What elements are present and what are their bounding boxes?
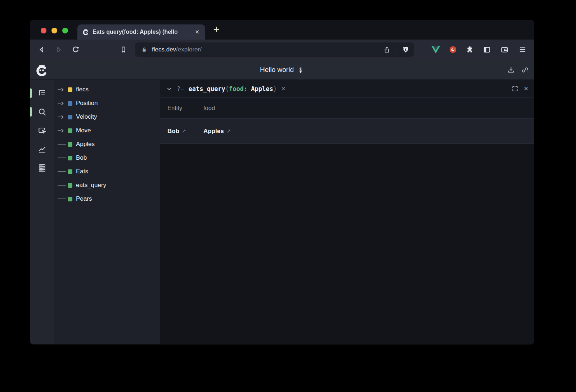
entity-kind-square	[68, 128, 72, 133]
expand-chevron-icon[interactable]	[58, 116, 68, 118]
query-results: Bob↗Apples↗	[160, 119, 534, 144]
tree-item-label: Bob	[76, 154, 87, 161]
entity-kind-square	[68, 101, 72, 106]
tree-item-label: flecs	[76, 86, 89, 93]
tree-item-eats_query[interactable]: eats_query	[54, 178, 160, 192]
vue-devtools-icon[interactable]	[431, 46, 440, 54]
share-icon[interactable]	[383, 46, 391, 54]
browser-tab-bar: Eats query(food: Apples) (hello ✕ +	[30, 20, 534, 40]
lock-icon	[141, 46, 148, 53]
hexagon-extension-icon[interactable]	[449, 45, 457, 54]
tab-title: Eats query(food: Apples) (hello	[93, 29, 190, 35]
tree-item-label: eats_query	[76, 182, 106, 189]
tree-item-Pears[interactable]: Pears	[54, 192, 160, 206]
tree-item-Position[interactable]: Position	[54, 96, 160, 110]
stats-chart-icon[interactable]	[30, 140, 54, 159]
query-param: food:	[229, 85, 247, 92]
open-entity-arrow-icon[interactable]: ↗	[226, 128, 231, 134]
entity-kind-square	[68, 156, 72, 160]
tree-item-label: Velocity	[76, 113, 97, 120]
close-window-button[interactable]	[41, 28, 46, 33]
query-column-header-row: Entityfood	[160, 98, 534, 119]
query-name: eats_query	[188, 85, 225, 92]
result-cell: Apples↗	[196, 128, 534, 135]
url-path: /explorer/	[176, 46, 202, 53]
query-empty-area	[160, 144, 534, 344]
result-row: Bob↗Apples↗	[160, 119, 534, 144]
tree-item-Move[interactable]: Move	[54, 124, 160, 137]
bookmark-icon[interactable]	[120, 46, 127, 54]
sidebar-toggle-icon[interactable]	[483, 46, 491, 54]
extensions-puzzle-icon[interactable]	[465, 45, 474, 54]
browser-window: Eats query(food: Apples) (hello ✕ +	[30, 20, 534, 345]
traffic-lights	[41, 28, 68, 33]
tree-view-icon[interactable]	[30, 84, 54, 102]
explorer-header: Hello world	[30, 60, 534, 80]
chevron-down-icon[interactable]	[166, 86, 172, 92]
tab-close-icon[interactable]: ✕	[194, 28, 201, 36]
inspector-icon[interactable]	[30, 121, 54, 140]
query-open-paren: (	[225, 85, 229, 92]
query-panel: ?– eats_query(food:Apples) ✕ ✕ Enti	[160, 80, 534, 344]
zoom-window-button[interactable]	[62, 28, 68, 33]
explorer-content: flecsPositionVelocityMoveApplesBobEatsea…	[30, 80, 534, 344]
clear-query-icon[interactable]: ✕	[281, 86, 286, 92]
tree-item-Velocity[interactable]: Velocity	[54, 110, 160, 124]
tree-item-Eats[interactable]: Eats	[54, 165, 160, 178]
tree-item-label: Position	[76, 100, 98, 107]
column-header-entity: Entity	[160, 105, 196, 111]
browser-toolbar: flecs.dev /explorer/	[30, 40, 534, 60]
divider	[396, 46, 396, 54]
entity-kind-square	[68, 169, 72, 174]
tab-favicon-flecs-icon	[82, 28, 89, 36]
entity-kind-square	[68, 142, 72, 147]
menu-icon[interactable]	[518, 46, 527, 54]
tree-item-Bob[interactable]: Bob	[54, 151, 160, 165]
entity-tree: flecsPositionVelocityMoveApplesBobEatsea…	[54, 80, 160, 344]
tree-item-Apples[interactable]: Apples	[54, 137, 160, 151]
query-close-paren: )	[273, 85, 277, 92]
tree-item-flecs[interactable]: flecs	[54, 83, 160, 96]
minimize-window-button[interactable]	[51, 28, 57, 33]
tree-item-label: Move	[76, 127, 91, 134]
active-indicator-search	[30, 107, 32, 117]
expand-chevron-icon[interactable]	[58, 129, 68, 132]
flecs-logo-icon[interactable]	[35, 63, 49, 77]
tree-item-label: Pears	[76, 195, 92, 202]
column-header-food: food	[196, 105, 534, 111]
entity-kind-square	[68, 183, 72, 188]
leaf-dash-icon	[58, 199, 68, 199]
link-icon[interactable]	[521, 66, 529, 74]
entity-link[interactable]: Apples	[203, 128, 224, 135]
download-icon[interactable]	[507, 66, 515, 74]
leaf-dash-icon	[58, 171, 68, 172]
back-button[interactable]	[38, 46, 46, 54]
query-header: ?– eats_query(food:Apples) ✕ ✕	[160, 80, 534, 98]
leaf-dash-icon	[58, 158, 68, 158]
world-title: Hello world	[260, 66, 294, 74]
forward-button[interactable]	[55, 46, 63, 54]
expand-chevron-icon[interactable]	[58, 102, 68, 105]
new-tab-button[interactable]: +	[210, 23, 223, 36]
entity-kind-square	[68, 197, 72, 201]
icon-rail	[30, 80, 54, 344]
tree-item-label: Eats	[76, 168, 88, 175]
wallet-icon[interactable]	[500, 46, 509, 54]
entity-link[interactable]: Bob	[167, 128, 179, 135]
remote-connection-icon[interactable]	[297, 66, 304, 74]
result-cell: Bob↗	[160, 128, 196, 135]
fullscreen-icon[interactable]	[512, 85, 518, 92]
active-tab[interactable]: Eats query(food: Apples) (hello ✕	[77, 24, 205, 40]
close-panel-icon[interactable]: ✕	[524, 85, 528, 92]
reload-button[interactable]	[72, 46, 80, 54]
entity-kind-square	[68, 87, 72, 92]
leaf-dash-icon	[58, 144, 68, 145]
query-value: Apples	[251, 85, 273, 92]
open-entity-arrow-icon[interactable]: ↗	[182, 128, 186, 134]
brave-shields-icon[interactable]	[402, 46, 410, 54]
active-indicator-tree	[30, 88, 32, 98]
search-icon[interactable]	[30, 102, 54, 121]
address-bar[interactable]: flecs.dev /explorer/	[135, 42, 414, 57]
expand-chevron-icon[interactable]	[58, 88, 68, 91]
systems-ruler-icon[interactable]	[30, 159, 54, 177]
